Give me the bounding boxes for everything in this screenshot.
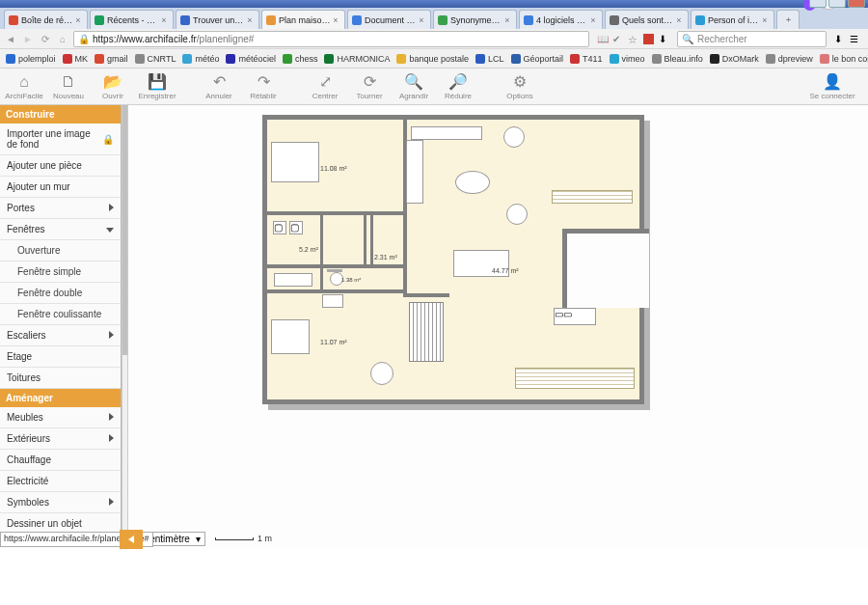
hatch-area[interactable] <box>552 190 633 204</box>
bed-furniture[interactable] <box>271 319 310 354</box>
bed-furniture[interactable] <box>271 142 319 182</box>
sidebar-item-electricité[interactable]: Electricité <box>0 471 121 492</box>
bookmark-item[interactable]: HARMONICA <box>324 54 390 64</box>
tool-centrer[interactable]: ⤢Centrer <box>303 69 347 104</box>
tool-options[interactable]: ⚙Options <box>498 69 542 104</box>
browser-tab[interactable]: Récents - Google D× <box>90 10 174 29</box>
login-button[interactable]: 👤 Se connecter <box>799 69 866 104</box>
addon-icon[interactable] <box>643 34 654 44</box>
nav-reload-button[interactable]: ⟳ <box>39 32 52 45</box>
new-tab-button[interactable]: ＋ <box>776 10 800 29</box>
tab-close-icon[interactable]: × <box>588 15 598 25</box>
bookmark-item[interactable]: chess <box>283 54 318 64</box>
sidebar-subitem-ouverture[interactable]: Ouverture <box>0 240 121 261</box>
tool-rétablir[interactable]: ↷Rétablir <box>241 69 285 104</box>
tool-nouveau[interactable]: 🗋Nouveau <box>46 69 91 104</box>
tool-enregistrer[interactable]: 💾Enregistrer <box>135 69 179 104</box>
minimize-button[interactable] <box>809 0 827 8</box>
tab-close-icon[interactable]: × <box>331 15 340 25</box>
sofa-side-furniture[interactable] <box>406 140 423 204</box>
sidebar-item-ajouter-un-mur[interactable]: Ajouter un mur <box>0 177 121 198</box>
sidebar-item-importer-une-image-de-fond[interactable]: Importer une image de fond🔒 <box>0 124 121 155</box>
browser-tab[interactable]: 4 logiciels plan ma× <box>519 10 603 29</box>
menu-icon[interactable]: ☰ <box>850 34 860 44</box>
pouf-furniture[interactable] <box>370 362 393 385</box>
tool-tourner[interactable]: ⟳Tourner <box>347 69 392 104</box>
sidebar-item-portes[interactable]: Portes <box>0 198 121 219</box>
bookmark-item[interactable]: MK <box>63 54 89 64</box>
search-field[interactable]: 🔍 Rechercher <box>677 31 827 47</box>
pouf-furniture[interactable] <box>506 204 528 225</box>
pouf-furniture[interactable] <box>503 126 525 148</box>
bookmark-item[interactable]: météociel <box>226 54 276 64</box>
bookmark-item[interactable]: DxOMark <box>710 54 759 64</box>
sidebar-item-escaliers[interactable]: Escaliers <box>0 325 121 346</box>
sidebar-collapse-button[interactable] <box>120 530 143 549</box>
sink-icon[interactable] <box>274 273 312 287</box>
coffee-table-furniture[interactable] <box>455 171 490 194</box>
sofa-furniture[interactable] <box>411 126 482 140</box>
bookmark-item[interactable]: banque postale <box>396 54 469 64</box>
sidebar-item-chauffage[interactable]: Chauffage <box>0 450 121 471</box>
browser-tab[interactable]: Plan maison Archif× <box>261 10 345 29</box>
tab-close-icon[interactable]: × <box>417 15 426 25</box>
sidebar-item-symboles[interactable]: Symboles <box>0 492 121 513</box>
sidebar-item-ajouter-une-pièce[interactable]: Ajouter une pièce <box>0 155 121 177</box>
washer-icon[interactable]: ▢ <box>289 221 303 234</box>
bookmark-star-icon[interactable]: ☆ <box>628 34 638 44</box>
sidebar-item-etage[interactable]: Etage <box>0 346 121 368</box>
browser-tab[interactable]: Quels sont les log× <box>605 10 689 29</box>
download-icon[interactable]: ⬇ <box>659 34 669 44</box>
bookmark-item[interactable]: gmail <box>95 54 128 64</box>
tool-archifacile[interactable]: ⌂ArchiFacile <box>2 69 46 104</box>
sidebar-item-fenêtres[interactable]: Fenêtres <box>0 219 121 240</box>
tab-close-icon[interactable]: × <box>502 15 512 25</box>
sidebar-subitem-fenêtre-double[interactable]: Fenêtre double <box>0 283 121 304</box>
bookmark-item[interactable]: Géoportail <box>511 54 564 64</box>
toolbar-label: Ouvrir <box>102 92 123 100</box>
tab-close-icon[interactable]: × <box>760 15 770 25</box>
window-close-button[interactable] <box>848 0 865 8</box>
nav-home-button[interactable]: ⌂ <box>56 32 69 45</box>
washer-icon[interactable]: ▢ <box>273 221 286 234</box>
maximize-button[interactable] <box>828 0 846 8</box>
tab-label: Document sans titr <box>365 15 417 25</box>
address-bar[interactable]: 🔒 https://www.archifacile.fr/planenligne… <box>73 31 589 47</box>
browser-tab[interactable]: Synonymes de ajo× <box>433 10 517 29</box>
sidebar-item-meubles[interactable]: Meubles <box>0 407 121 428</box>
tab-close-icon[interactable]: × <box>245 15 255 25</box>
sidebar-subitem-fenêtre-coulissante[interactable]: Fenêtre coulissante <box>0 304 121 325</box>
tab-close-icon[interactable]: × <box>159 15 169 25</box>
browser-tab[interactable]: Trouver un logicie× <box>176 10 259 29</box>
sidebar-item-toitures[interactable]: Toitures <box>0 368 121 389</box>
browser-tab[interactable]: Person of interest× <box>691 10 774 29</box>
bookmark-item[interactable]: dpreview <box>766 54 813 64</box>
downloads-icon[interactable]: ⬇ <box>834 34 845 44</box>
tab-close-icon[interactable]: × <box>73 15 83 25</box>
sidebar-item-extérieurs[interactable]: Extérieurs <box>0 428 121 450</box>
hatch-area[interactable] <box>515 368 635 389</box>
reader-icon[interactable]: 📖 <box>597 34 608 44</box>
stove-icon[interactable] <box>322 294 343 308</box>
kitchen-sink-icon[interactable]: ▭▭ <box>554 308 596 325</box>
bookmark-item[interactable]: vimeo <box>610 54 645 64</box>
bookmark-item[interactable]: polemploi <box>6 54 56 64</box>
bookmark-item[interactable]: météo <box>182 54 219 64</box>
tab-close-icon[interactable]: × <box>674 15 684 25</box>
tool-ouvrir[interactable]: 📂Ouvrir <box>91 69 135 104</box>
tool-agrandir[interactable]: 🔍Agrandir <box>392 69 436 104</box>
browser-tab[interactable]: Boîte de réception× <box>4 10 88 29</box>
sidebar-subitem-fenêtre-simple[interactable]: Fenêtre simple <box>0 261 121 283</box>
bookmark-item[interactable]: LCL <box>475 54 504 64</box>
stairs[interactable] <box>409 302 444 362</box>
browser-tab[interactable]: Document sans titr× <box>347 10 431 29</box>
bookmark-item[interactable]: le bon coin <box>820 54 868 64</box>
bookmark-item[interactable]: CNRTL <box>135 54 176 64</box>
tool-réduire[interactable]: 🔎Réduire <box>436 69 480 104</box>
tool-annuler[interactable]: ↶Annuler <box>197 69 241 104</box>
canvas[interactable]: ▢ ▢ ▭▭ 11.08 m² 5.2 m² 2.31 m² 11.07 m² … <box>128 105 868 605</box>
pocket-icon[interactable]: ✔ <box>612 34 623 44</box>
bookmark-item[interactable]: Bleau.info <box>652 54 703 64</box>
bookmark-item[interactable]: T411 <box>570 54 603 64</box>
nav-back-button[interactable]: ◄ <box>4 32 17 45</box>
